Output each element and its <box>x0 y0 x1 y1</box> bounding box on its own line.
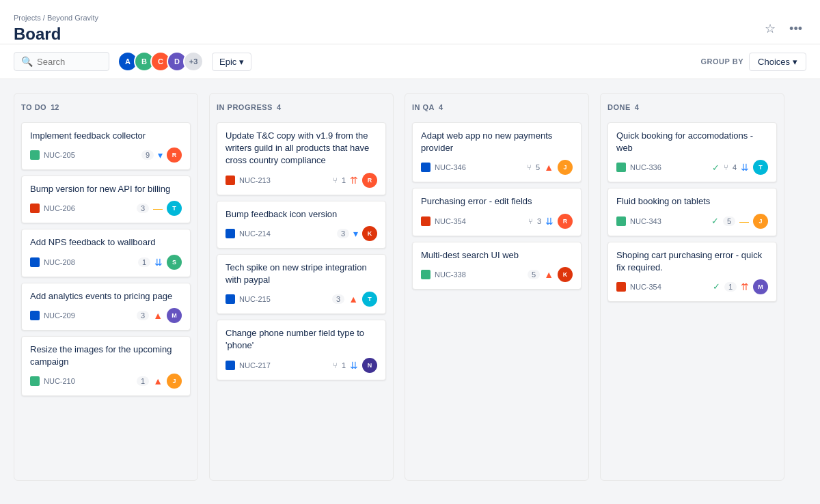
ticket-type-icon <box>616 216 626 226</box>
epic-label: Epic <box>219 57 236 67</box>
card[interactable]: Multi-dest search UI web NUC-338 5 ▲ K <box>412 242 582 290</box>
ticket-type-icon <box>616 282 626 292</box>
choices-label: Choices <box>758 57 790 67</box>
card-meta: NUC-209 3 ▲ M <box>30 308 182 323</box>
priority-icon: ⇈ <box>741 281 749 292</box>
page-title: Board <box>14 25 98 44</box>
card[interactable]: Purchasing error - edit fields NUC-354 ⑂… <box>412 188 582 236</box>
card-title: Add analytics events to pricing page <box>30 290 182 303</box>
card[interactable]: Change phone number field type to 'phone… <box>217 320 386 380</box>
card[interactable]: Adapt web app no new payments provider N… <box>412 122 582 182</box>
column-todo: TO DO 12 Implement feedback collector NU… <box>14 93 198 481</box>
assignee-avatar[interactable]: J <box>167 374 182 389</box>
pr-count: 5 <box>536 163 540 171</box>
card[interactable]: Tech spike on new stripe integration wit… <box>217 254 386 314</box>
priority-icon: ⇊ <box>741 162 749 173</box>
breadcrumb: Projects / Beyond Gravity <box>14 14 98 22</box>
column-inqa: IN QA 4 Adapt web app no new payments pr… <box>405 93 589 481</box>
pr-icon: ⑂ <box>724 163 728 171</box>
priority-icon: ⇊ <box>154 257 163 268</box>
card[interactable]: Shoping cart purchasing error - quick fi… <box>607 242 777 302</box>
assignee-avatar[interactable]: J <box>558 160 573 175</box>
count-badge: 9 <box>141 150 154 160</box>
chevron-down-icon: ▾ <box>239 57 244 67</box>
assignee-avatar[interactable]: K <box>558 267 573 282</box>
ticket-id: NUC-205 <box>44 151 75 159</box>
assignee-avatar[interactable]: N <box>362 358 377 373</box>
card-meta-right: 3 — T <box>137 201 182 216</box>
card-meta: NUC-215 3 ▲ T <box>226 292 377 307</box>
pr-icon: ⑂ <box>333 361 338 369</box>
card-meta: NUC-354 ⑂3 ⇊ R <box>421 214 573 229</box>
star-button[interactable]: ☆ <box>761 17 780 40</box>
card[interactable]: Quick booking for accomodations - web NU… <box>607 122 777 182</box>
card[interactable]: Implement feedback collector NUC-205 9 ▾… <box>21 122 191 170</box>
card[interactable]: Resize the images for the upcoming campa… <box>21 336 191 396</box>
card-title: Implement feedback collector <box>30 130 182 142</box>
assignee-avatar[interactable]: R <box>167 148 182 163</box>
card-title: Add NPS feedback to wallboard <box>30 236 182 249</box>
card[interactable]: Bump feedback icon version NUC-214 3 ▾ K <box>217 201 386 249</box>
card-meta: NUC-338 5 ▲ K <box>421 267 573 282</box>
choices-button[interactable]: Choices ▾ <box>749 53 806 71</box>
ticket-type-icon <box>226 176 235 185</box>
card-meta: NUC-336 ✓ ⑂4 ⇊ T <box>616 160 768 175</box>
ticket-id: NUC-343 <box>630 217 661 225</box>
card-meta: NUC-213 ⑂1 ⇈ R <box>226 173 377 188</box>
pr-icon: ⑂ <box>527 163 532 171</box>
priority-icon: ▾ <box>353 228 358 239</box>
column-header: TO DO 12 <box>21 100 191 114</box>
card-meta: NUC-206 3 — T <box>30 201 182 216</box>
count-badge: 3 <box>137 311 149 320</box>
card-title: Multi-dest search UI web <box>421 249 573 262</box>
card-meta-right: 5 ▲ K <box>528 267 573 282</box>
card-meta-right: 3 ▲ M <box>137 308 182 323</box>
assignee-avatar[interactable]: R <box>558 214 573 229</box>
avatar-group[interactable]: A B C D +3 <box>118 51 204 72</box>
assignee-avatar[interactable]: J <box>753 214 768 229</box>
assignee-avatar[interactable]: R <box>362 173 377 188</box>
card[interactable]: Add NPS feedback to wallboard NUC-208 1 … <box>21 229 191 277</box>
assignee-avatar[interactable]: M <box>167 308 182 323</box>
ticket-type-icon <box>226 361 235 370</box>
card-meta: NUC-210 1 ▲ J <box>30 374 182 389</box>
search-box[interactable]: 🔍 <box>14 52 109 71</box>
card-meta: NUC-208 1 ⇊ S <box>30 255 182 270</box>
ticket-id: NUC-209 <box>44 311 75 320</box>
epic-filter-button[interactable]: Epic ▾ <box>212 53 251 71</box>
card[interactable]: Fluid booking on tablets NUC-343 ✓ 5 — J <box>607 188 777 236</box>
assignee-avatar[interactable]: T <box>362 292 377 307</box>
priority-icon: ⇈ <box>350 175 358 186</box>
more-button[interactable]: ••• <box>785 18 806 40</box>
ticket-type-icon <box>30 150 40 160</box>
card[interactable]: Add analytics events to pricing page NUC… <box>21 283 191 331</box>
priority-icon: — <box>153 203 163 214</box>
ticket-id: NUC-213 <box>239 176 271 184</box>
column-title: DONE <box>607 103 631 111</box>
card[interactable]: Bump version for new API for billing NUC… <box>21 176 191 223</box>
card[interactable]: Update T&C copy with v1.9 from the write… <box>217 122 386 195</box>
card-meta-right: 1 ▲ J <box>137 374 182 389</box>
column-title: IN PROGRESS <box>217 103 273 111</box>
avatar-more[interactable]: +3 <box>183 51 204 72</box>
ticket-id: NUC-210 <box>44 377 75 385</box>
assignee-avatar[interactable]: T <box>753 160 768 175</box>
priority-icon: ⇊ <box>545 216 554 227</box>
card-meta-right: 1 ⇊ S <box>138 255 182 270</box>
check-icon: ✓ <box>712 163 720 173</box>
column-header: IN QA 4 <box>412 100 582 114</box>
assignee-avatar[interactable]: T <box>167 201 182 216</box>
column-inprogress: IN PROGRESS 4 Update T&C copy with v1.9 … <box>209 93 394 481</box>
ticket-id: NUC-206 <box>44 204 75 212</box>
priority-icon: — <box>739 216 749 227</box>
card-meta-right: ✓ ⑂4 ⇊ T <box>712 160 768 175</box>
card-meta-right: 3 ▲ T <box>332 292 377 307</box>
search-input[interactable] <box>37 57 102 67</box>
ticket-id: NUC-214 <box>239 229 271 238</box>
assignee-avatar[interactable]: K <box>362 226 377 241</box>
pr-count: 1 <box>342 176 346 184</box>
card-meta: NUC-343 ✓ 5 — J <box>616 214 768 229</box>
assignee-avatar[interactable]: M <box>753 279 768 294</box>
assignee-avatar[interactable]: S <box>167 255 182 270</box>
card-title: Change phone number field type to 'phone… <box>226 327 377 352</box>
